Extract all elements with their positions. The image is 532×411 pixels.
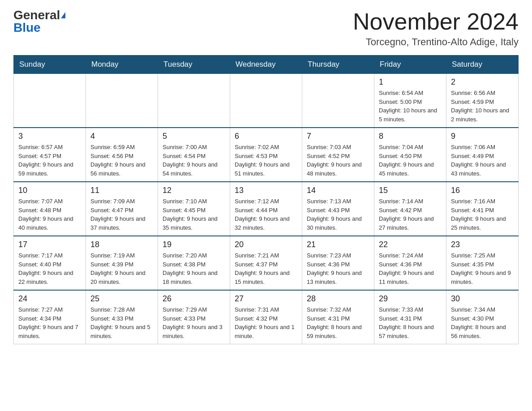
day-number: 28 (307, 294, 369, 304)
calendar-cell (302, 74, 374, 128)
weekday-header-sunday: Sunday (14, 56, 86, 74)
day-number: 6 (235, 132, 297, 141)
calendar-cell: 23Sunrise: 7:25 AM Sunset: 4:35 PM Dayli… (446, 236, 519, 290)
calendar-cell: 19Sunrise: 7:20 AM Sunset: 4:38 PM Dayli… (158, 236, 230, 290)
calendar-cell: 3Sunrise: 6:57 AM Sunset: 4:57 PM Daylig… (14, 128, 86, 182)
day-number: 12 (163, 186, 225, 195)
day-number: 24 (18, 294, 81, 304)
calendar-cell: 26Sunrise: 7:29 AM Sunset: 4:33 PM Dayli… (158, 290, 230, 344)
day-info: Sunrise: 7:00 AM Sunset: 4:54 PM Dayligh… (163, 143, 225, 178)
day-number: 14 (307, 186, 369, 195)
day-info: Sunrise: 7:13 AM Sunset: 4:43 PM Dayligh… (307, 197, 369, 232)
day-number: 10 (18, 186, 81, 195)
calendar-cell: 27Sunrise: 7:31 AM Sunset: 4:32 PM Dayli… (230, 290, 302, 344)
day-info: Sunrise: 7:12 AM Sunset: 4:44 PM Dayligh… (235, 197, 297, 232)
weekday-header-row: SundayMondayTuesdayWednesdayThursdayFrid… (14, 56, 519, 74)
week-row-2: 10Sunrise: 7:07 AM Sunset: 4:48 PM Dayli… (14, 182, 519, 236)
calendar-cell: 25Sunrise: 7:28 AM Sunset: 4:33 PM Dayli… (86, 290, 158, 344)
calendar-cell: 24Sunrise: 7:27 AM Sunset: 4:34 PM Dayli… (14, 290, 86, 344)
day-info: Sunrise: 7:23 AM Sunset: 4:36 PM Dayligh… (307, 251, 369, 286)
calendar-table: SundayMondayTuesdayWednesdayThursdayFrid… (13, 55, 519, 344)
day-info: Sunrise: 7:19 AM Sunset: 4:39 PM Dayligh… (90, 251, 153, 286)
calendar-cell: 16Sunrise: 7:16 AM Sunset: 4:41 PM Dayli… (446, 182, 519, 236)
calendar-cell: 10Sunrise: 7:07 AM Sunset: 4:48 PM Dayli… (14, 182, 86, 236)
calendar-cell: 8Sunrise: 7:04 AM Sunset: 4:50 PM Daylig… (374, 128, 446, 182)
calendar-cell: 30Sunrise: 7:34 AM Sunset: 4:30 PM Dayli… (446, 290, 519, 344)
day-number: 2 (451, 77, 514, 87)
calendar-cell: 1Sunrise: 6:54 AM Sunset: 5:00 PM Daylig… (374, 74, 446, 128)
day-number: 16 (451, 186, 514, 195)
day-number: 30 (451, 294, 514, 304)
weekday-header-monday: Monday (86, 56, 158, 74)
day-number: 25 (90, 294, 153, 304)
week-row-0: 1Sunrise: 6:54 AM Sunset: 5:00 PM Daylig… (14, 74, 519, 128)
logo-general: General (13, 9, 60, 21)
day-info: Sunrise: 7:10 AM Sunset: 4:45 PM Dayligh… (163, 197, 225, 232)
day-info: Sunrise: 7:21 AM Sunset: 4:37 PM Dayligh… (235, 251, 297, 286)
calendar-cell: 12Sunrise: 7:10 AM Sunset: 4:45 PM Dayli… (158, 182, 230, 236)
calendar-cell: 13Sunrise: 7:12 AM Sunset: 4:44 PM Dayli… (230, 182, 302, 236)
day-info: Sunrise: 6:56 AM Sunset: 4:59 PM Dayligh… (451, 89, 514, 124)
day-number: 19 (163, 240, 225, 249)
day-info: Sunrise: 7:02 AM Sunset: 4:53 PM Dayligh… (235, 143, 297, 178)
day-number: 26 (163, 294, 225, 304)
day-info: Sunrise: 7:32 AM Sunset: 4:31 PM Dayligh… (307, 305, 369, 340)
weekday-header-friday: Friday (374, 56, 446, 74)
day-info: Sunrise: 7:04 AM Sunset: 4:50 PM Dayligh… (379, 143, 442, 178)
title-area: November 2024 Torcegno, Trentino-Alto Ad… (353, 9, 519, 48)
calendar-cell: 11Sunrise: 7:09 AM Sunset: 4:47 PM Dayli… (86, 182, 158, 236)
calendar-cell: 14Sunrise: 7:13 AM Sunset: 4:43 PM Dayli… (302, 182, 374, 236)
day-number: 9 (451, 132, 514, 141)
day-info: Sunrise: 6:57 AM Sunset: 4:57 PM Dayligh… (18, 143, 81, 178)
day-number: 11 (90, 186, 153, 195)
day-number: 18 (90, 240, 153, 249)
day-info: Sunrise: 7:06 AM Sunset: 4:49 PM Dayligh… (451, 143, 514, 178)
calendar-cell: 20Sunrise: 7:21 AM Sunset: 4:37 PM Dayli… (230, 236, 302, 290)
day-info: Sunrise: 7:25 AM Sunset: 4:35 PM Dayligh… (451, 251, 514, 286)
calendar-cell: 29Sunrise: 7:33 AM Sunset: 4:31 PM Dayli… (374, 290, 446, 344)
week-row-3: 17Sunrise: 7:17 AM Sunset: 4:40 PM Dayli… (14, 236, 519, 290)
day-info: Sunrise: 7:29 AM Sunset: 4:33 PM Dayligh… (163, 305, 225, 340)
calendar-cell: 5Sunrise: 7:00 AM Sunset: 4:54 PM Daylig… (158, 128, 230, 182)
day-info: Sunrise: 7:09 AM Sunset: 4:47 PM Dayligh… (90, 197, 153, 232)
day-info: Sunrise: 7:24 AM Sunset: 4:36 PM Dayligh… (379, 251, 442, 286)
day-info: Sunrise: 7:16 AM Sunset: 4:41 PM Dayligh… (451, 197, 514, 232)
calendar-cell (86, 74, 158, 128)
day-info: Sunrise: 7:03 AM Sunset: 4:52 PM Dayligh… (307, 143, 369, 178)
day-info: Sunrise: 7:20 AM Sunset: 4:38 PM Dayligh… (163, 251, 225, 286)
logo: General Blue (13, 9, 65, 34)
day-info: Sunrise: 7:31 AM Sunset: 4:32 PM Dayligh… (235, 305, 297, 340)
page-header: General Blue November 2024 Torcegno, Tre… (13, 9, 519, 48)
day-info: Sunrise: 7:17 AM Sunset: 4:40 PM Dayligh… (18, 251, 81, 286)
logo-blue: Blue (13, 21, 41, 34)
day-number: 7 (307, 132, 369, 141)
calendar-cell: 28Sunrise: 7:32 AM Sunset: 4:31 PM Dayli… (302, 290, 374, 344)
location-title: Torcegno, Trentino-Alto Adige, Italy (353, 36, 519, 48)
day-number: 23 (451, 240, 514, 249)
day-number: 8 (379, 132, 442, 141)
calendar-cell (158, 74, 230, 128)
day-info: Sunrise: 7:07 AM Sunset: 4:48 PM Dayligh… (18, 197, 81, 232)
calendar-cell: 6Sunrise: 7:02 AM Sunset: 4:53 PM Daylig… (230, 128, 302, 182)
day-number: 21 (307, 240, 369, 249)
day-number: 22 (379, 240, 442, 249)
calendar-cell (14, 74, 86, 128)
week-row-1: 3Sunrise: 6:57 AM Sunset: 4:57 PM Daylig… (14, 128, 519, 182)
calendar-cell: 22Sunrise: 7:24 AM Sunset: 4:36 PM Dayli… (374, 236, 446, 290)
day-number: 29 (379, 294, 442, 304)
day-number: 20 (235, 240, 297, 249)
calendar-cell: 18Sunrise: 7:19 AM Sunset: 4:39 PM Dayli… (86, 236, 158, 290)
calendar-cell: 7Sunrise: 7:03 AM Sunset: 4:52 PM Daylig… (302, 128, 374, 182)
day-number: 13 (235, 186, 297, 195)
weekday-header-tuesday: Tuesday (158, 56, 230, 74)
day-number: 4 (90, 132, 153, 141)
calendar-cell: 17Sunrise: 7:17 AM Sunset: 4:40 PM Dayli… (14, 236, 86, 290)
day-info: Sunrise: 7:28 AM Sunset: 4:33 PM Dayligh… (90, 305, 153, 340)
weekday-header-wednesday: Wednesday (230, 56, 302, 74)
day-info: Sunrise: 6:59 AM Sunset: 4:56 PM Dayligh… (90, 143, 153, 178)
calendar-cell (230, 74, 302, 128)
day-info: Sunrise: 7:33 AM Sunset: 4:31 PM Dayligh… (379, 305, 442, 340)
calendar-cell: 2Sunrise: 6:56 AM Sunset: 4:59 PM Daylig… (446, 74, 519, 128)
day-info: Sunrise: 7:14 AM Sunset: 4:42 PM Dayligh… (379, 197, 442, 232)
day-info: Sunrise: 7:27 AM Sunset: 4:34 PM Dayligh… (18, 305, 81, 340)
